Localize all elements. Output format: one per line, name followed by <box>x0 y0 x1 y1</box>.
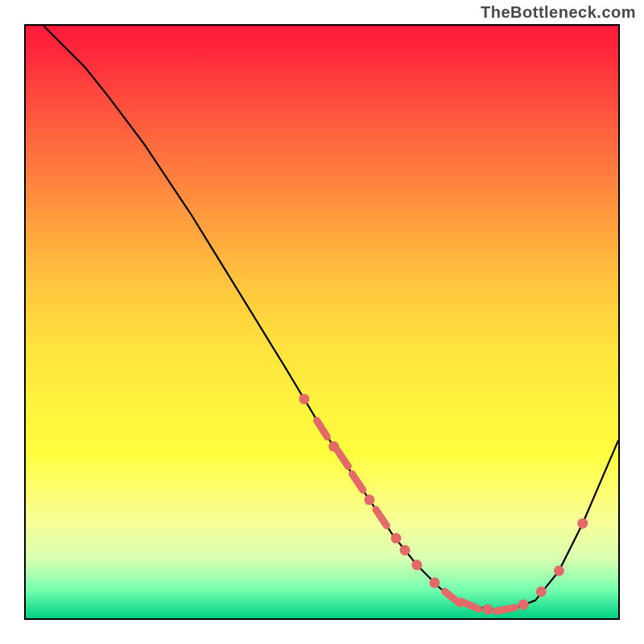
highlight-dash <box>461 601 479 609</box>
highlight-dot <box>391 533 402 543</box>
highlight-dot <box>554 566 564 576</box>
highlight-points <box>299 394 588 614</box>
highlight-dash <box>317 420 328 436</box>
highlight-dot <box>518 600 529 610</box>
curve-svg <box>26 26 618 618</box>
highlight-dash <box>496 608 515 612</box>
highlight-dot <box>483 605 493 615</box>
highlight-dot <box>429 577 440 588</box>
highlight-dot <box>536 586 547 597</box>
highlight-dash <box>376 510 386 526</box>
watermark-label: TheBottleneck.com <box>481 3 636 22</box>
highlight-dot <box>400 545 411 555</box>
highlight-dot <box>364 494 374 505</box>
curve-path <box>43 26 618 609</box>
highlight-dash <box>445 592 460 604</box>
highlight-dot <box>411 559 422 570</box>
highlight-dash <box>353 474 363 490</box>
chart-container: TheBottleneck.com <box>0 0 644 644</box>
highlight-dot <box>299 394 309 404</box>
highlight-dot <box>577 518 588 529</box>
highlight-dash <box>337 450 348 466</box>
plot-area <box>24 24 620 620</box>
